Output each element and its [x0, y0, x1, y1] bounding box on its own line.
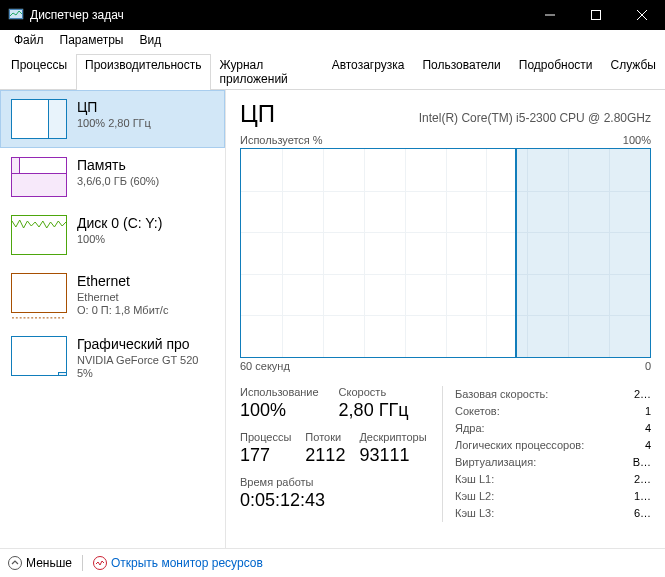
- tabs: Процессы Производительность Журнал прило…: [0, 53, 665, 90]
- minimize-button[interactable]: [527, 0, 573, 30]
- svg-rect-3: [592, 11, 601, 20]
- menu-view[interactable]: Вид: [131, 31, 169, 49]
- window-title: Диспетчер задач: [30, 8, 527, 22]
- fewer-details-label: Меньше: [26, 556, 72, 570]
- sidebar-item-cpu[interactable]: ЦП 100% 2,80 ГГц: [0, 90, 225, 148]
- sockets-value: 1: [639, 403, 651, 420]
- tab-processes[interactable]: Процессы: [2, 54, 76, 90]
- ethernet-thumb-icon: [11, 273, 67, 313]
- tab-performance[interactable]: Производительность: [76, 54, 210, 90]
- tab-details[interactable]: Подробности: [510, 54, 602, 90]
- disk-thumb-icon: [11, 215, 67, 255]
- processes-value: 177: [240, 445, 291, 466]
- graph-label-y: Используется %: [240, 134, 323, 146]
- cores-label: Ядра:: [455, 420, 485, 437]
- l1-value: 2…: [628, 471, 651, 488]
- usage-value: 100%: [240, 400, 319, 421]
- uptime-label: Время работы: [240, 476, 422, 488]
- handles-value: 93111: [359, 445, 426, 466]
- l3-value: 6…: [628, 505, 651, 522]
- sidebar-eth-sub2: О: 0 П: 1,8 Мбит/с: [77, 304, 168, 318]
- sidebar-cpu-title: ЦП: [77, 99, 151, 117]
- graph-label-xmax: 60 секунд: [240, 360, 290, 372]
- virt-value: В…: [627, 454, 651, 471]
- sidebar-gpu-title: Графический про: [77, 336, 198, 354]
- menu-file[interactable]: Файл: [6, 31, 52, 49]
- close-button[interactable]: [619, 0, 665, 30]
- main-panel: ЦП Intel(R) Core(TM) i5-2300 CPU @ 2.80G…: [226, 90, 665, 565]
- l2-value: 1…: [628, 488, 651, 505]
- base-speed-value: 2…: [628, 386, 651, 403]
- sidebar-item-memory[interactable]: Память 3,6/6,0 ГБ (60%): [0, 148, 225, 206]
- speed-label: Скорость: [339, 386, 409, 398]
- open-resource-monitor-label: Открыть монитор ресурсов: [111, 556, 263, 570]
- resource-monitor-icon: [93, 556, 107, 570]
- threads-value: 2112: [305, 445, 345, 466]
- menubar: Файл Параметры Вид: [0, 30, 665, 50]
- memory-thumb-icon: [11, 157, 67, 197]
- cpu-name: Intel(R) Core(TM) i5-2300 CPU @ 2.80GHz: [419, 111, 651, 125]
- sockets-label: Сокетов:: [455, 403, 500, 420]
- base-speed-label: Базовая скорость:: [455, 386, 548, 403]
- sidebar-eth-sub: Ethernet: [77, 291, 168, 305]
- content: ЦП 100% 2,80 ГГц Память 3,6/6,0 ГБ (60%)…: [0, 90, 665, 565]
- usage-label: Использование: [240, 386, 319, 398]
- sidebar-item-disk[interactable]: Диск 0 (C: Y:) 100%: [0, 206, 225, 264]
- logical-label: Логических процессоров:: [455, 437, 584, 454]
- tab-services[interactable]: Службы: [602, 54, 665, 90]
- cores-value: 4: [639, 420, 651, 437]
- l3-label: Кэш L3:: [455, 505, 494, 522]
- sidebar-gpu-sub2: 5%: [77, 367, 198, 381]
- cpu-usage-graph[interactable]: [240, 148, 651, 358]
- sidebar-disk-sub: 100%: [77, 233, 162, 247]
- l1-label: Кэш L1:: [455, 471, 494, 488]
- graph-label-ymax: 100%: [623, 134, 651, 146]
- sidebar-item-gpu[interactable]: Графический про NVIDIA GeForce GT 520 5%: [0, 327, 225, 390]
- sidebar-eth-title: Ethernet: [77, 273, 168, 291]
- speed-value: 2,80 ГГц: [339, 400, 409, 421]
- titlebar: Диспетчер задач: [0, 0, 665, 30]
- virt-label: Виртуализация:: [455, 454, 536, 471]
- sidebar-gpu-sub: NVIDIA GeForce GT 520: [77, 354, 198, 368]
- sidebar-item-ethernet[interactable]: Ethernet Ethernet О: 0 П: 1,8 Мбит/с: [0, 264, 225, 327]
- sidebar-cpu-sub: 100% 2,80 ГГц: [77, 117, 151, 131]
- sidebar: ЦП 100% 2,80 ГГц Память 3,6/6,0 ГБ (60%)…: [0, 90, 226, 565]
- statusbar: Меньше Открыть монитор ресурсов: [0, 548, 665, 577]
- graph-label-xmin: 0: [645, 360, 651, 372]
- gpu-thumb-icon: [11, 336, 67, 376]
- handles-label: Дескрипторы: [359, 431, 426, 443]
- processes-label: Процессы: [240, 431, 291, 443]
- l2-label: Кэш L2:: [455, 488, 494, 505]
- maximize-button[interactable]: [573, 0, 619, 30]
- tab-users[interactable]: Пользователи: [413, 54, 509, 90]
- sidebar-mem-title: Память: [77, 157, 159, 175]
- sidebar-mem-sub: 3,6/6,0 ГБ (60%): [77, 175, 159, 189]
- chevron-up-icon: [8, 556, 22, 570]
- app-icon: [8, 7, 24, 23]
- tab-app-history[interactable]: Журнал приложений: [211, 54, 323, 90]
- page-title: ЦП: [240, 100, 275, 128]
- uptime-value: 0:05:12:43: [240, 490, 422, 511]
- sidebar-disk-title: Диск 0 (C: Y:): [77, 215, 162, 233]
- open-resource-monitor-link[interactable]: Открыть монитор ресурсов: [93, 556, 263, 570]
- tab-startup[interactable]: Автозагрузка: [323, 54, 414, 90]
- statusbar-separator: [82, 555, 83, 571]
- logical-value: 4: [639, 437, 651, 454]
- fewer-details-button[interactable]: Меньше: [8, 556, 72, 570]
- cpu-thumb-icon: [11, 99, 67, 139]
- menu-options[interactable]: Параметры: [52, 31, 132, 49]
- threads-label: Потоки: [305, 431, 345, 443]
